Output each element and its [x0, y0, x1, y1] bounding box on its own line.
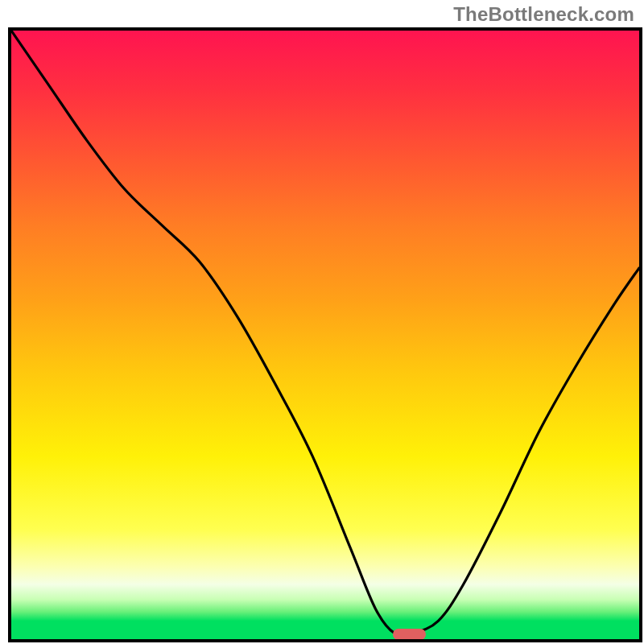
optimal-marker — [393, 629, 426, 640]
plot-area — [8, 27, 642, 642]
watermark-text: TheBottleneck.com — [453, 3, 634, 26]
bottleneck-curve — [11, 31, 639, 639]
